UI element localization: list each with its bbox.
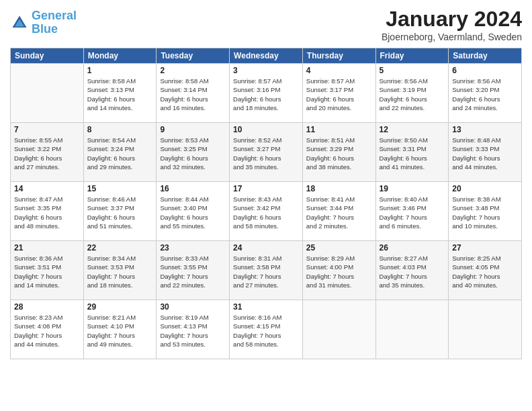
logo-text: General Blue	[32, 9, 77, 36]
day-cell: 27Sunrise: 8:25 AMSunset: 4:05 PMDayligh…	[449, 241, 522, 300]
day-info: Sunrise: 8:55 AMSunset: 3:22 PMDaylight:…	[14, 136, 80, 171]
day-info: Sunrise: 8:25 AMSunset: 4:05 PMDaylight:…	[452, 254, 518, 289]
day-number: 30	[160, 302, 226, 312]
day-info: Sunrise: 8:52 AMSunset: 3:27 PMDaylight:…	[233, 136, 299, 171]
col-header-saturday: Saturday	[449, 48, 522, 64]
day-info: Sunrise: 8:54 AMSunset: 3:24 PMDaylight:…	[87, 136, 153, 171]
header: General Blue January 2024 Bjoerneborg, V…	[10, 7, 522, 42]
day-info: Sunrise: 8:34 AMSunset: 3:53 PMDaylight:…	[87, 254, 153, 289]
day-info: Sunrise: 8:48 AMSunset: 3:33 PMDaylight:…	[452, 136, 518, 171]
day-cell: 29Sunrise: 8:21 AMSunset: 4:10 PMDayligh…	[83, 300, 157, 359]
day-number: 8	[87, 125, 153, 134]
week-row-3: 21Sunrise: 8:36 AMSunset: 3:51 PMDayligh…	[11, 241, 522, 300]
day-info: Sunrise: 8:19 AMSunset: 4:13 PMDaylight:…	[160, 313, 226, 349]
day-cell: 23Sunrise: 8:33 AMSunset: 3:55 PMDayligh…	[157, 241, 230, 300]
day-number: 18	[306, 184, 372, 193]
day-info: Sunrise: 8:40 AMSunset: 3:46 PMDaylight:…	[380, 195, 445, 230]
day-number: 6	[452, 66, 518, 75]
day-info: Sunrise: 8:38 AMSunset: 3:48 PMDaylight:…	[452, 195, 518, 230]
day-number: 27	[452, 243, 518, 253]
day-number: 10	[233, 125, 299, 134]
day-number: 7	[14, 125, 80, 134]
day-number: 23	[160, 243, 226, 253]
day-number: 28	[14, 302, 80, 312]
day-number: 1	[87, 66, 153, 75]
day-info: Sunrise: 8:56 AMSunset: 3:19 PMDaylight:…	[380, 77, 445, 112]
day-cell: 30Sunrise: 8:19 AMSunset: 4:13 PMDayligh…	[157, 300, 230, 359]
day-info: Sunrise: 8:51 AMSunset: 3:29 PMDaylight:…	[306, 136, 372, 171]
day-cell: 24Sunrise: 8:31 AMSunset: 3:58 PMDayligh…	[230, 241, 303, 300]
day-cell	[375, 300, 449, 359]
day-cell: 8Sunrise: 8:54 AMSunset: 3:24 PMDaylight…	[83, 123, 157, 182]
location: Bjoerneborg, Vaermland, Sweden	[382, 32, 522, 42]
logo: General Blue	[10, 9, 77, 36]
day-number: 12	[380, 125, 445, 134]
day-cell: 7Sunrise: 8:55 AMSunset: 3:22 PMDaylight…	[11, 123, 84, 182]
day-number: 25	[306, 243, 372, 253]
title-block: January 2024 Bjoerneborg, Vaermland, Swe…	[382, 7, 522, 42]
day-info: Sunrise: 8:31 AMSunset: 3:58 PMDaylight:…	[233, 254, 299, 289]
col-header-friday: Friday	[375, 48, 449, 64]
day-cell: 13Sunrise: 8:48 AMSunset: 3:33 PMDayligh…	[449, 123, 522, 182]
day-number: 26	[380, 243, 445, 253]
day-info: Sunrise: 8:57 AMSunset: 3:17 PMDaylight:…	[306, 77, 372, 112]
day-cell: 22Sunrise: 8:34 AMSunset: 3:53 PMDayligh…	[83, 241, 157, 300]
day-number: 5	[380, 66, 445, 75]
day-info: Sunrise: 8:57 AMSunset: 3:16 PMDaylight:…	[233, 77, 299, 112]
day-number: 4	[306, 66, 372, 75]
day-number: 21	[14, 243, 80, 253]
day-cell: 16Sunrise: 8:44 AMSunset: 3:40 PMDayligh…	[157, 182, 230, 241]
day-cell: 10Sunrise: 8:52 AMSunset: 3:27 PMDayligh…	[230, 123, 303, 182]
day-number: 31	[233, 302, 299, 312]
day-cell: 12Sunrise: 8:50 AMSunset: 3:31 PMDayligh…	[375, 123, 449, 182]
calendar-table: SundayMondayTuesdayWednesdayThursdayFrid…	[10, 48, 522, 359]
col-header-thursday: Thursday	[302, 48, 375, 64]
day-info: Sunrise: 8:46 AMSunset: 3:37 PMDaylight:…	[87, 195, 153, 230]
col-header-tuesday: Tuesday	[157, 48, 230, 64]
day-number: 20	[452, 184, 518, 193]
day-cell: 14Sunrise: 8:47 AMSunset: 3:35 PMDayligh…	[11, 182, 84, 241]
day-cell: 4Sunrise: 8:57 AMSunset: 3:17 PMDaylight…	[302, 64, 375, 123]
day-cell	[11, 64, 84, 123]
day-info: Sunrise: 8:44 AMSunset: 3:40 PMDaylight:…	[160, 195, 226, 230]
day-info: Sunrise: 8:56 AMSunset: 3:20 PMDaylight:…	[452, 77, 518, 112]
day-info: Sunrise: 8:36 AMSunset: 3:51 PMDaylight:…	[14, 254, 80, 289]
day-cell: 17Sunrise: 8:43 AMSunset: 3:42 PMDayligh…	[230, 182, 303, 241]
col-header-sunday: Sunday	[11, 48, 84, 64]
day-cell: 20Sunrise: 8:38 AMSunset: 3:48 PMDayligh…	[449, 182, 522, 241]
day-cell: 6Sunrise: 8:56 AMSunset: 3:20 PMDaylight…	[449, 64, 522, 123]
day-number: 24	[233, 243, 299, 253]
day-cell: 21Sunrise: 8:36 AMSunset: 3:51 PMDayligh…	[11, 241, 84, 300]
day-cell: 19Sunrise: 8:40 AMSunset: 3:46 PMDayligh…	[375, 182, 449, 241]
day-cell: 9Sunrise: 8:53 AMSunset: 3:25 PMDaylight…	[157, 123, 230, 182]
day-cell: 31Sunrise: 8:16 AMSunset: 4:15 PMDayligh…	[230, 300, 303, 359]
day-cell: 5Sunrise: 8:56 AMSunset: 3:19 PMDaylight…	[375, 64, 449, 123]
day-number: 19	[380, 184, 445, 193]
day-info: Sunrise: 8:53 AMSunset: 3:25 PMDaylight:…	[160, 136, 226, 171]
day-cell: 3Sunrise: 8:57 AMSunset: 3:16 PMDaylight…	[230, 64, 303, 123]
calendar-header-row: SundayMondayTuesdayWednesdayThursdayFrid…	[11, 48, 522, 64]
day-number: 29	[87, 302, 153, 312]
day-cell: 18Sunrise: 8:41 AMSunset: 3:44 PMDayligh…	[302, 182, 375, 241]
day-number: 14	[14, 184, 80, 193]
month-title: January 2024	[382, 7, 522, 32]
day-info: Sunrise: 8:58 AMSunset: 3:13 PMDaylight:…	[87, 77, 153, 112]
day-cell	[449, 300, 522, 359]
day-cell: 15Sunrise: 8:46 AMSunset: 3:37 PMDayligh…	[83, 182, 157, 241]
day-cell	[302, 300, 375, 359]
day-number: 16	[160, 184, 226, 193]
week-row-0: 1Sunrise: 8:58 AMSunset: 3:13 PMDaylight…	[11, 64, 522, 123]
week-row-1: 7Sunrise: 8:55 AMSunset: 3:22 PMDaylight…	[11, 123, 522, 182]
day-info: Sunrise: 8:16 AMSunset: 4:15 PMDaylight:…	[233, 313, 299, 349]
day-number: 17	[233, 184, 299, 193]
day-cell: 11Sunrise: 8:51 AMSunset: 3:29 PMDayligh…	[302, 123, 375, 182]
day-info: Sunrise: 8:27 AMSunset: 4:03 PMDaylight:…	[380, 254, 445, 289]
day-info: Sunrise: 8:21 AMSunset: 4:10 PMDaylight:…	[87, 313, 153, 349]
day-number: 11	[306, 125, 372, 134]
day-info: Sunrise: 8:29 AMSunset: 4:00 PMDaylight:…	[306, 254, 372, 289]
day-info: Sunrise: 8:50 AMSunset: 3:31 PMDaylight:…	[380, 136, 445, 171]
day-number: 9	[160, 125, 226, 134]
day-info: Sunrise: 8:41 AMSunset: 3:44 PMDaylight:…	[306, 195, 372, 230]
week-row-2: 14Sunrise: 8:47 AMSunset: 3:35 PMDayligh…	[11, 182, 522, 241]
col-header-monday: Monday	[83, 48, 157, 64]
